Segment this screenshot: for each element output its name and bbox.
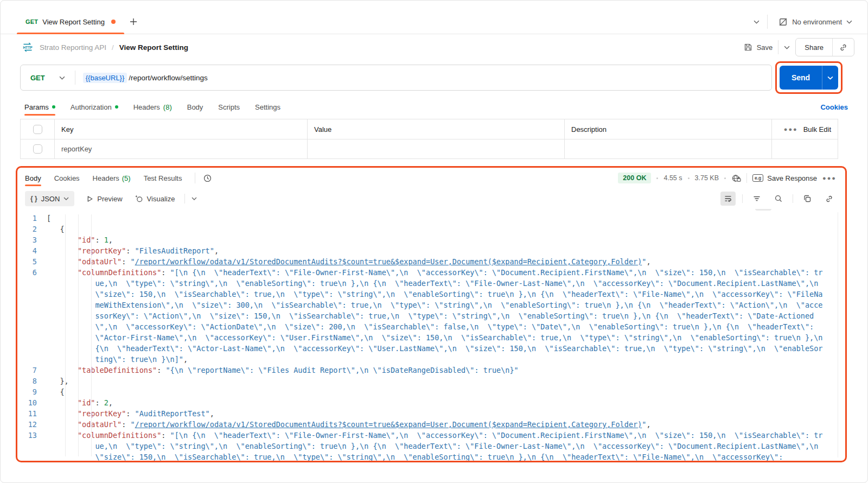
base-url-variable-chip[interactable]: {{baseURL}} <box>83 73 127 83</box>
code-token: , <box>183 355 188 364</box>
braces-icon: { } <box>30 195 37 202</box>
copy-button[interactable] <box>800 192 815 206</box>
code-token: 1 <box>104 236 108 244</box>
send-button[interactable]: Send <box>780 66 838 90</box>
code-text: { <box>47 386 845 397</box>
save-options-chevron-button[interactable] <box>784 46 790 49</box>
gutter-divider <box>65 214 66 456</box>
line-number: 6 <box>23 267 47 365</box>
code-lines: 1[2{3"id": 1,4"reportKey": "FilesAuditRe… <box>23 213 845 461</box>
status-badge[interactable]: 200 OK <box>618 173 651 183</box>
response-body-viewer[interactable]: 1[2{3"id": 1,4"reportKey": "FilesAuditRe… <box>17 209 845 461</box>
line-number: 5 <box>23 256 47 267</box>
line-number: 9 <box>23 386 47 397</box>
code-token: : <box>126 409 135 418</box>
scrollbar-track[interactable] <box>838 212 838 457</box>
code-token: "[\n {\n \"headerText\": \"File-Owner-Fi… <box>95 431 827 461</box>
response-tab-test-results[interactable]: Test Results <box>144 168 182 188</box>
row-checkbox[interactable] <box>33 144 42 154</box>
response-history-button[interactable] <box>203 174 212 183</box>
code-text: "columnDefinitions": "[\n {\n \"headerTe… <box>47 267 845 365</box>
param-description-cell[interactable] <box>564 139 771 158</box>
tab-params[interactable]: Params <box>24 95 55 119</box>
code-token: "id" <box>78 398 95 407</box>
panel-resize-handle[interactable] <box>755 209 771 211</box>
tab-body[interactable]: Body <box>187 95 203 119</box>
more-options-icon[interactable]: ●●● <box>784 126 798 132</box>
response-more-options-icon[interactable]: ●●● <box>822 175 837 181</box>
visualize-label: Visualize <box>147 195 175 203</box>
tab-settings[interactable]: Settings <box>255 95 280 119</box>
params-table: Key Value Description ●●● Bulk Edit repo… <box>20 119 838 159</box>
send-options-caret[interactable] <box>822 66 838 90</box>
preview-label: Preview <box>97 195 122 203</box>
visualize-button[interactable]: Visualize <box>135 194 175 203</box>
response-headers-count: (5) <box>122 174 131 182</box>
response-section: Body Cookies Headers (5) Test Results 20… <box>16 166 847 462</box>
preview-button[interactable]: Preview <box>86 195 122 203</box>
history-clock-icon <box>203 174 212 183</box>
send-label: Send <box>780 73 822 82</box>
indent-guide <box>78 214 79 456</box>
tab-title: View Report Setting <box>42 18 105 26</box>
request-tab[interactable]: GET View Report Setting <box>17 10 124 34</box>
new-tab-button[interactable] <box>124 10 143 34</box>
code-line: 12"odataUrl": "/report/workflow/odata/v1… <box>23 419 845 430</box>
code-token: : <box>161 431 170 440</box>
format-selector[interactable]: { } JSON <box>25 191 74 206</box>
breadcrumb-collection[interactable]: Strato Reporting API <box>40 43 106 52</box>
code-token: , <box>108 398 113 407</box>
breadcrumb-separator: / <box>112 43 114 52</box>
select-all-checkbox[interactable] <box>33 125 42 134</box>
search-button[interactable] <box>771 192 786 206</box>
filter-button[interactable] <box>749 192 764 206</box>
code-token: { <box>60 225 64 233</box>
bulk-edit-button[interactable]: Bulk Edit <box>803 125 831 134</box>
tab-scripts[interactable]: Scripts <box>218 95 240 119</box>
tab-list-chevron-button[interactable] <box>754 20 760 24</box>
svg-text:HTTP: HTTP <box>23 46 33 49</box>
response-tab-body[interactable]: Body <box>25 168 41 188</box>
response-size[interactable]: 3.75 KB <box>695 174 719 182</box>
odata-url-link[interactable]: /report/workflow/odata/v1/StoredDocument… <box>135 257 642 266</box>
save-button[interactable]: Save <box>744 43 773 52</box>
code-line: 2{ <box>23 224 845 234</box>
odata-url-link[interactable]: /report/workflow/odata/v1/StoredDocument… <box>135 420 642 429</box>
header-actions: Save Share <box>744 38 854 56</box>
auth-modified-dot-icon <box>115 105 118 109</box>
divider <box>184 194 185 204</box>
url-text[interactable]: {{baseURL}} /report/workflow/settings <box>75 73 208 83</box>
unsaved-changes-dot-icon <box>111 20 116 24</box>
viewer-options-chevron[interactable] <box>192 197 197 200</box>
response-tab-cookies[interactable]: Cookies <box>54 168 80 188</box>
response-tab-headers[interactable]: Headers (5) <box>93 168 131 188</box>
tab-label: Body <box>187 103 203 111</box>
http-request-icon: HTTP <box>21 42 34 53</box>
param-value-cell[interactable] <box>307 139 564 158</box>
code-token: : <box>126 246 135 255</box>
cookies-link[interactable]: Cookies <box>820 103 848 111</box>
line-number: 4 <box>23 245 47 256</box>
breadcrumb-request-title[interactable]: View Report Setting <box>119 43 188 52</box>
tab-method-label: GET <box>25 18 38 25</box>
code-token: : <box>157 366 165 374</box>
method-selector[interactable]: GET <box>21 74 75 82</box>
code-token: , <box>646 420 650 429</box>
url-input[interactable]: GET {{baseURL}} /report/workflow/setting… <box>20 65 772 91</box>
tab-label: Cookies <box>54 174 80 182</box>
visualize-sparkle-icon <box>135 194 143 203</box>
copy-link-button[interactable] <box>832 39 854 56</box>
divider <box>195 173 195 183</box>
code-token: [ <box>47 214 51 223</box>
tab-authorization[interactable]: Authorization <box>71 95 118 119</box>
wrap-text-button[interactable] <box>720 192 736 206</box>
share-response-link-button[interactable] <box>821 192 837 206</box>
response-time[interactable]: 4.55 s <box>663 174 682 182</box>
environment-selector[interactable]: No environment <box>775 15 856 29</box>
network-info-button[interactable] <box>731 174 741 183</box>
save-response-button[interactable]: e.g Save Response <box>752 174 817 182</box>
tab-headers[interactable]: Headers (8) <box>133 95 172 119</box>
bulk-edit-cell: ●●● Bulk Edit <box>771 119 838 139</box>
share-button[interactable]: Share <box>796 39 832 56</box>
param-key-cell[interactable]: reportKey <box>54 139 307 158</box>
